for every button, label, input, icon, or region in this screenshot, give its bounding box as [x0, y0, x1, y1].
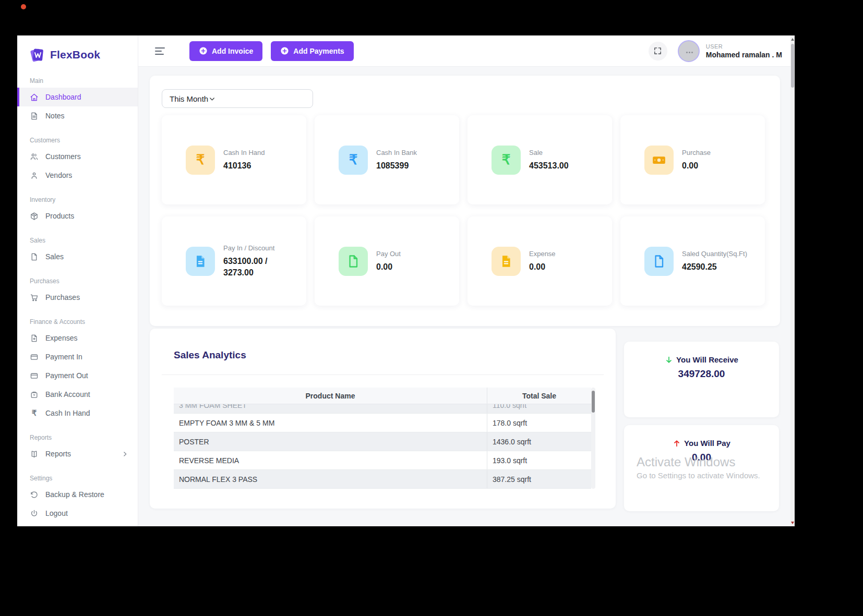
arrow-up-icon — [673, 439, 681, 448]
sidebar-item-label: Logout — [45, 509, 68, 517]
credit-card-icon — [30, 353, 39, 361]
add-invoice-button[interactable]: Add Invoice — [189, 41, 262, 61]
sidebar: FlexBook Main Dashboard Notes Customers … — [17, 35, 138, 526]
sidebar-item-label: Customers — [45, 152, 81, 161]
user-name: Mohamed ramalan . M — [706, 51, 782, 59]
stat-value: 633100.00 / 3273.00 — [223, 256, 296, 279]
home-icon — [30, 93, 39, 102]
rupee-icon: ₹ — [492, 146, 521, 175]
sidebar-item-reports[interactable]: Reports — [17, 444, 138, 463]
document-filled-icon — [492, 247, 521, 276]
stat-card-pay-in-discount: Pay In / Discount 633100.00 / 3273.00 — [162, 216, 306, 306]
sidebar-item-backup-restore[interactable]: Backup & Restore — [17, 485, 138, 504]
stat-card-sale: ₹ Sale 453513.00 — [468, 115, 612, 204]
table-scrollbar-thumb[interactable] — [592, 391, 595, 413]
column-header-product-name: Product Name — [174, 388, 487, 404]
sidebar-item-cash-in-hand[interactable]: ₹ Cash In Hand — [17, 404, 138, 422]
sales-analytics-table[interactable]: Product Name Total Sale 3 MM FOAM SHEET … — [174, 388, 595, 489]
receive-label: You Will Receive — [676, 355, 738, 364]
sidebar-item-payment-in[interactable]: Payment In — [17, 347, 138, 366]
scroll-up-icon[interactable] — [790, 35, 795, 43]
add-payments-button[interactable]: Add Payments — [271, 41, 353, 61]
sidebar-item-products[interactable]: Products — [17, 207, 138, 225]
section-label-purchases: Purchases — [17, 277, 138, 285]
stat-card-saled-quantity: Saled Quantity(Sq.Ft) 42590.25 — [620, 216, 765, 306]
section-label-finance: Finance & Accounts — [17, 318, 138, 325]
you-will-pay-card: You Will Pay 0.00 — [624, 425, 779, 511]
file-plus-icon — [30, 334, 39, 343]
total-sale-cell: 1436.0 sqrft — [487, 432, 591, 451]
stats-panel: This Month ₹ Cash In Hand 410136 ₹ Cash … — [150, 76, 780, 326]
sidebar-item-label: Notes — [45, 112, 65, 120]
plus-circle-icon — [199, 46, 208, 55]
sidebar-item-label: Purchases — [45, 293, 80, 301]
main-content: This Month ₹ Cash In Hand 410136 ₹ Cash … — [138, 67, 790, 526]
stat-card-cash-in-bank: ₹ Cash In Bank 1085399 — [315, 115, 459, 204]
table-header-row: Product Name Total Sale — [174, 388, 591, 404]
table-row: EMPTY FOAM 3 MM & 5 MM 178.0 sqrft — [174, 414, 591, 432]
stat-value: 410136 — [223, 160, 265, 172]
divider — [162, 375, 604, 375]
document-filled-icon — [186, 247, 215, 276]
scroll-down-icon[interactable] — [790, 519, 795, 526]
sidebar-item-notes[interactable]: Notes — [17, 106, 138, 125]
receive-value: 349728.00 — [624, 368, 779, 380]
total-sale-cell: 193.0 sqrft — [487, 451, 591, 469]
stat-label: Sale — [529, 148, 569, 158]
page-scrollbar-thumb[interactable] — [791, 44, 794, 88]
sidebar-item-label: Expenses — [45, 334, 77, 342]
brand-logo[interactable]: FlexBook — [17, 35, 138, 66]
sidebar-item-customers[interactable]: Customers — [17, 147, 138, 166]
sidebar-item-logout[interactable]: Logout — [17, 504, 138, 523]
user-role-label: USER — [706, 43, 782, 50]
package-icon — [30, 212, 39, 221]
rupee-icon: ₹ — [339, 146, 368, 175]
section-label-main: Main — [17, 77, 138, 84]
brand-name: FlexBook — [50, 49, 100, 61]
stat-label: Cash In Hand — [223, 148, 265, 158]
table-scrollbar[interactable] — [591, 388, 595, 489]
column-header-total-sale: Total Sale — [487, 388, 591, 404]
credit-card-icon — [30, 371, 39, 380]
pay-value: 0.00 — [624, 452, 779, 463]
stat-value: 42590.25 — [682, 261, 747, 273]
add-payments-label: Add Payments — [293, 47, 344, 55]
sidebar-item-purchases[interactable]: Purchases — [17, 288, 138, 307]
table-row: REVERSE MEDIA 193.0 sqrft — [174, 451, 591, 470]
sidebar-item-label: Products — [45, 212, 74, 220]
chevron-right-icon — [122, 451, 128, 457]
page-scrollbar[interactable] — [790, 35, 795, 526]
total-sale-cell: 178.0 sqrft — [487, 414, 591, 432]
period-select[interactable]: This Month — [162, 89, 313, 108]
document-outline-icon — [339, 247, 368, 276]
stat-card-expense: Expense 0.00 — [468, 216, 612, 306]
sidebar-item-expenses[interactable]: Expenses — [17, 329, 138, 347]
rupee-icon: ₹ — [186, 146, 215, 175]
product-name-cell: 3 MM FOAM SHEET — [174, 404, 487, 414]
total-sale-cell: 110.0 sqrft — [487, 404, 591, 414]
stat-value: 1085399 — [376, 160, 417, 172]
total-sale-cell: 387.25 sqrft — [487, 470, 591, 488]
stat-label: Saled Quantity(Sq.Ft) — [682, 249, 747, 259]
fullscreen-icon[interactable] — [649, 42, 667, 61]
avatar[interactable] — [678, 40, 700, 62]
stat-value: 0.00 — [376, 261, 401, 273]
sidebar-item-bank-account[interactable]: Bank Account — [17, 385, 138, 404]
sidebar-item-sales[interactable]: Sales — [17, 247, 138, 266]
you-will-receive-card: You Will Receive 349728.00 — [624, 342, 779, 417]
sidebar-item-payment-out[interactable]: Payment Out — [17, 366, 138, 385]
product-name-cell: EMPTY FOAM 3 MM & 5 MM — [174, 414, 487, 432]
sidebar-item-dashboard[interactable]: Dashboard — [17, 88, 138, 106]
sidebar-item-label: Cash In Hand — [45, 409, 90, 417]
section-label-inventory: Inventory — [17, 196, 138, 203]
pay-label: You Will Pay — [684, 439, 730, 448]
arrow-down-icon — [665, 356, 673, 364]
sidebar-item-label: Backup & Restore — [45, 490, 104, 499]
sidebar-item-vendors[interactable]: Vendors — [17, 166, 138, 185]
user-block[interactable]: USER Mohamed ramalan . M — [706, 43, 782, 59]
file-icon — [30, 252, 39, 261]
menu-toggle-icon[interactable] — [155, 45, 165, 57]
cart-icon — [30, 293, 39, 302]
stat-label: Purchase — [682, 148, 711, 158]
sidebar-item-label: Reports — [45, 450, 71, 458]
